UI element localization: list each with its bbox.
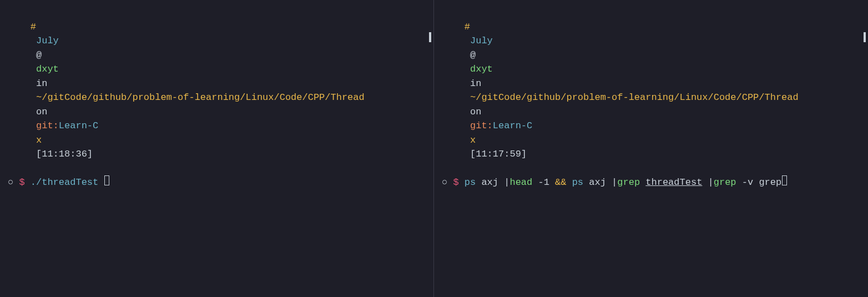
prompt-on: on	[36, 107, 47, 117]
prompt-circle-icon: ○	[8, 175, 13, 190]
prompt-hash: #	[31, 22, 36, 32]
cmd-grep-arg: grep	[759, 175, 781, 190]
cmd-flag: -v	[742, 175, 753, 190]
prompt-git: git:	[470, 120, 493, 131]
prompt-at: @	[36, 50, 42, 61]
terminal-pane-right[interactable]: # July @ dxyt in ~/gitCode/github/proble…	[434, 0, 868, 297]
cursor-icon	[104, 175, 109, 185]
cmd-grep: grep	[617, 175, 640, 190]
prompt-hash: #	[465, 22, 470, 32]
prompt-in: in	[36, 78, 47, 89]
prompt-user: July	[470, 36, 493, 46]
cmd-pipe: |	[708, 175, 714, 190]
prompt-time: [11:17:59]	[470, 149, 527, 159]
cmd-grep: grep	[714, 175, 736, 190]
prompt-x: x	[36, 135, 42, 145]
cmd-and: &&	[555, 175, 566, 190]
command-line-left[interactable]: ○ $ ./threadTest	[8, 175, 426, 190]
prompt-on: on	[470, 107, 481, 117]
cmd-grep-arg: threadTest	[645, 175, 702, 190]
prompt-circle-icon: ○	[442, 175, 447, 190]
prompt-branch: Learn-C	[493, 120, 532, 131]
cmd-pipe: |	[504, 175, 509, 190]
cmd-arg: axj	[589, 175, 606, 190]
prompt-in: in	[470, 78, 481, 89]
cmd-pipe: |	[612, 175, 617, 190]
command-text: ./threadTest	[31, 175, 98, 190]
prompt-host: dxyt	[470, 64, 493, 74]
scrollbar-thumb[interactable]	[429, 32, 431, 42]
prompt-at: @	[470, 50, 476, 61]
cursor-icon	[782, 175, 787, 185]
prompt-path: ~/gitCode/github/problem-of-learning/Lin…	[470, 92, 799, 103]
prompt-branch: Learn-C	[59, 120, 98, 131]
prompt-line-right: # July @ dxyt in ~/gitCode/github/proble…	[442, 6, 860, 175]
command-line-right[interactable]: ○ $ ps axj |head -1 && ps axj |grep thre…	[442, 175, 860, 190]
prompt-git: git:	[36, 120, 59, 131]
scrollbar-thumb[interactable]	[864, 32, 866, 42]
cmd-ps: ps	[572, 175, 583, 190]
cmd-ps: ps	[465, 175, 476, 190]
prompt-time: [11:18:36]	[36, 149, 93, 159]
prompt-line-left: # July @ dxyt in ~/gitCode/github/proble…	[8, 6, 426, 175]
prompt-path: ~/gitCode/github/problem-of-learning/Lin…	[36, 92, 365, 103]
prompt-dollar: $	[453, 175, 458, 190]
prompt-host: dxyt	[36, 64, 59, 74]
prompt-user: July	[36, 36, 59, 46]
cmd-flag: -1	[538, 175, 549, 190]
terminal-pane-left[interactable]: # July @ dxyt in ~/gitCode/github/proble…	[0, 0, 434, 297]
cmd-arg: axj	[481, 175, 498, 190]
cmd-head: head	[509, 175, 532, 190]
prompt-x: x	[470, 135, 476, 145]
prompt-dollar: $	[19, 175, 24, 190]
